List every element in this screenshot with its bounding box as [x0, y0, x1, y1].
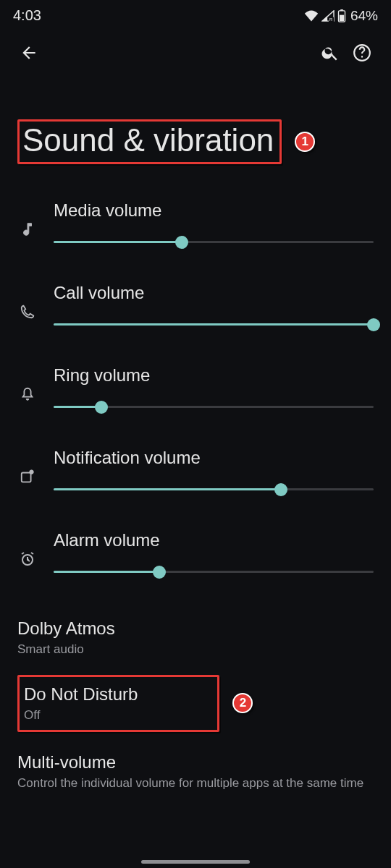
slider-label: Notification volume: [54, 448, 374, 468]
slider-notification: Notification volume: [17, 448, 374, 498]
svg-rect-4: [340, 14, 344, 21]
arrow-back-icon: [20, 43, 38, 65]
status-time: 4:03: [13, 7, 41, 24]
slider-label: Media volume: [54, 200, 374, 221]
help-icon: [353, 43, 371, 65]
pref-do-not-disturb[interactable]: Do Not Disturb Off: [24, 683, 138, 724]
slider-label: Call volume: [54, 283, 374, 303]
bell-icon: [17, 373, 38, 416]
slider-track-media[interactable]: [54, 237, 374, 248]
status-bar: 4:03 R 64%: [0, 0, 391, 27]
wifi-icon: [304, 10, 319, 22]
help-button[interactable]: [346, 38, 378, 70]
slider-alarm: Alarm volume: [17, 530, 374, 581]
svg-point-6: [30, 470, 34, 475]
alarm-icon: [17, 537, 38, 581]
slider-track-call[interactable]: [54, 319, 374, 331]
pref-multi-volume[interactable]: Multi-volume Control the individual volu…: [17, 742, 374, 801]
annotation-box-dnd: Do Not Disturb Off: [17, 675, 219, 732]
music-note-icon: [17, 208, 38, 251]
pref-title: Multi-volume: [17, 752, 374, 773]
pref-title: Do Not Disturb: [24, 684, 138, 705]
annotation-badge-2: 2: [232, 693, 253, 713]
annotation-box-title: Sound & vibration: [17, 119, 282, 164]
nav-bar-indicator[interactable]: [141, 860, 250, 864]
notification-icon: [17, 455, 38, 498]
battery-text: 64%: [350, 8, 378, 24]
page-title: Sound & vibration: [22, 123, 274, 158]
pref-subtitle: Control the individual volume for multip…: [17, 775, 374, 791]
signal-icon: R: [321, 10, 335, 22]
volume-sliders: Media volume Call volume Ring volume: [0, 186, 391, 608]
slider-media: Media volume: [17, 200, 374, 251]
battery-icon: [337, 9, 346, 22]
back-button[interactable]: [13, 38, 45, 70]
search-icon: [321, 43, 340, 65]
svg-rect-5: [22, 473, 31, 482]
pref-dolby-atmos[interactable]: Dolby Atmos Smart audio: [17, 608, 374, 667]
status-right: R 64%: [304, 8, 378, 24]
slider-track-ring[interactable]: [54, 401, 374, 413]
annotation-badge-1: 1: [295, 132, 315, 152]
slider-label: Alarm volume: [54, 530, 374, 550]
page-title-row: Sound & vibration 1: [0, 76, 391, 186]
pref-subtitle: Off: [24, 707, 138, 723]
search-button[interactable]: [314, 38, 346, 70]
slider-ring: Ring volume: [17, 365, 374, 416]
dnd-row: Do Not Disturb Off 2: [17, 675, 374, 732]
svg-text:R: R: [329, 17, 333, 22]
app-bar: [0, 27, 391, 76]
slider-track-notification[interactable]: [54, 484, 374, 495]
slider-track-alarm[interactable]: [54, 566, 374, 578]
pref-list: Dolby Atmos Smart audio Do Not Disturb O…: [0, 608, 391, 801]
pref-title: Dolby Atmos: [17, 618, 374, 639]
slider-label: Ring volume: [54, 365, 374, 386]
pref-subtitle: Smart audio: [17, 642, 374, 657]
phone-icon: [17, 290, 38, 333]
slider-call: Call volume: [17, 283, 374, 333]
